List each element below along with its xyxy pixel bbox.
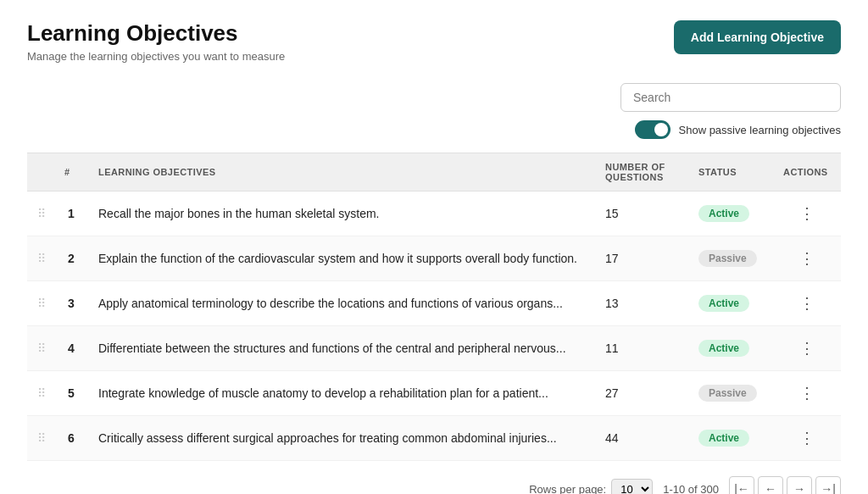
col-header-num: #	[54, 153, 88, 191]
status-badge: Active	[698, 295, 749, 312]
col-header-status: STATUS	[688, 153, 773, 191]
page-subtitle: Manage the learning objectives you want …	[27, 50, 285, 63]
actions-menu-button[interactable]: ⋮	[799, 430, 815, 447]
row-actions: ⋮	[773, 236, 841, 281]
table-header-row: # LEARNING OBJECTIVES NUMBER OF QUESTION…	[27, 153, 841, 191]
search-input[interactable]	[620, 83, 841, 112]
first-page-button[interactable]: |←	[729, 476, 754, 494]
row-status: Active	[688, 191, 773, 236]
row-questions: 15	[595, 191, 688, 236]
row-number: 4	[54, 326, 88, 371]
toggle-label: Show passive learning objectives	[679, 124, 842, 136]
drag-handle-icon[interactable]: ⠿	[37, 431, 44, 445]
status-badge: Active	[698, 340, 749, 357]
row-objective: Differentiate between the structures and…	[88, 326, 595, 371]
table-row: ⠿ 2 Explain the function of the cardiova…	[27, 236, 841, 281]
status-badge: Passive	[698, 385, 757, 402]
add-learning-objective-button[interactable]: Add Learning Objective	[674, 20, 841, 54]
actions-menu-button[interactable]: ⋮	[799, 340, 815, 357]
drag-handle-icon[interactable]: ⠿	[37, 341, 44, 355]
row-number: 1	[54, 191, 88, 236]
page-container: Learning Objectives Manage the learning …	[0, 0, 868, 494]
page-title: Learning Objectives	[27, 20, 285, 47]
rows-per-page-label: Rows per page:	[529, 483, 606, 495]
drag-handle-icon[interactable]: ⠿	[37, 297, 44, 310]
next-page-button[interactable]: →	[787, 476, 812, 494]
actions-menu-button[interactable]: ⋮	[799, 385, 815, 402]
row-questions: 17	[595, 236, 688, 281]
table-row: ⠿ 4 Differentiate between the structures…	[27, 326, 841, 371]
learning-objectives-table: # LEARNING OBJECTIVES NUMBER OF QUESTION…	[27, 153, 841, 461]
table-row: ⠿ 6 Critically assess different surgical…	[27, 416, 841, 461]
row-actions: ⋮	[773, 191, 841, 236]
last-page-button[interactable]: →|	[815, 476, 841, 494]
col-header-questions: NUMBER OF QUESTIONS	[595, 153, 688, 191]
header-text: Learning Objectives Manage the learning …	[27, 20, 285, 63]
status-badge: Passive	[698, 250, 757, 267]
row-questions: 27	[595, 371, 688, 416]
row-actions: ⋮	[773, 281, 841, 326]
row-objective: Explain the function of the cardiovascul…	[88, 236, 595, 281]
row-objective: Integrate knowledge of muscle anatomy to…	[88, 371, 595, 416]
row-number: 2	[54, 236, 88, 281]
table-row: ⠿ 5 Integrate knowledge of muscle anatom…	[27, 371, 841, 416]
drag-handle-cell: ⠿	[27, 371, 54, 416]
row-status: Active	[688, 281, 773, 326]
row-number: 3	[54, 281, 88, 326]
page-info: 1-10 of 300	[663, 483, 719, 495]
actions-menu-button[interactable]: ⋮	[799, 205, 815, 222]
col-header-drag	[27, 153, 54, 191]
pagination-bar: Rows per page: 10 25 50 1-10 of 300 |← ←…	[27, 476, 841, 494]
actions-menu-button[interactable]: ⋮	[799, 250, 815, 267]
header-row: Learning Objectives Manage the learning …	[27, 20, 841, 63]
drag-handle-icon[interactable]: ⠿	[37, 386, 44, 400]
row-questions: 44	[595, 416, 688, 461]
rows-per-page-select[interactable]: 10 25 50	[611, 479, 653, 495]
toolbar: Show passive learning objectives	[27, 83, 841, 139]
row-status: Passive	[688, 371, 773, 416]
row-status: Active	[688, 416, 773, 461]
row-status: Active	[688, 326, 773, 371]
row-questions: 11	[595, 326, 688, 371]
row-actions: ⋮	[773, 371, 841, 416]
row-objective: Apply anatomical terminology to describe…	[88, 281, 595, 326]
passive-toggle[interactable]	[635, 120, 670, 139]
row-objective: Recall the major bones in the human skel…	[88, 191, 595, 236]
col-header-objective: LEARNING OBJECTIVES	[88, 153, 595, 191]
table-row: ⠿ 3 Apply anatomical terminology to desc…	[27, 281, 841, 326]
row-number: 6	[54, 416, 88, 461]
actions-menu-button[interactable]: ⋮	[799, 295, 815, 312]
drag-handle-cell: ⠿	[27, 191, 54, 236]
drag-handle-cell: ⠿	[27, 326, 54, 371]
page-nav-group: |← ← → →|	[729, 476, 841, 494]
prev-page-button[interactable]: ←	[758, 476, 783, 494]
row-number: 5	[54, 371, 88, 416]
toggle-row: Show passive learning objectives	[635, 120, 842, 139]
drag-handle-icon[interactable]: ⠿	[37, 252, 44, 265]
row-questions: 13	[595, 281, 688, 326]
row-status: Passive	[688, 236, 773, 281]
drag-handle-cell: ⠿	[27, 416, 54, 461]
row-objective: Critically assess different surgical app…	[88, 416, 595, 461]
row-actions: ⋮	[773, 416, 841, 461]
rows-per-page-control: Rows per page: 10 25 50	[529, 479, 653, 495]
status-badge: Active	[698, 430, 749, 447]
drag-handle-icon[interactable]: ⠿	[37, 207, 44, 220]
status-badge: Active	[698, 205, 749, 222]
drag-handle-cell: ⠿	[27, 281, 54, 326]
table-row: ⠿ 1 Recall the major bones in the human …	[27, 191, 841, 236]
drag-handle-cell: ⠿	[27, 236, 54, 281]
row-actions: ⋮	[773, 326, 841, 371]
col-header-actions: ACTIONS	[773, 153, 841, 191]
